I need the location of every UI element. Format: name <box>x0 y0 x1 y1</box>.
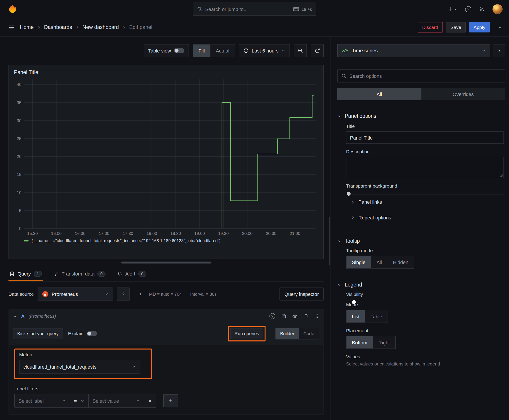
svg-text:19:30: 19:30 <box>218 231 229 236</box>
chevron-up-icon[interactable] <box>498 25 502 30</box>
select-value-dropdown[interactable]: Select value <box>88 394 144 408</box>
save-button[interactable]: Save <box>446 22 466 32</box>
editor-mode-builder[interactable]: Builder <box>276 328 299 339</box>
panel-preview: Panel Title 051015202530354015:3016:0016… <box>8 65 324 259</box>
legend-series-name[interactable]: {__name__="cloudflared_tunnel_total_requ… <box>31 238 220 243</box>
table-view-toggle[interactable]: Table view <box>144 44 189 57</box>
select-label-dropdown[interactable]: Select label <box>14 394 70 408</box>
visualization-picker[interactable]: Time series <box>337 44 490 57</box>
explain-label: Explain <box>68 331 84 336</box>
resize-handle-bar[interactable] <box>121 262 211 264</box>
query-datasource-hint: (Prometheus) <box>29 314 56 319</box>
query-help-icon[interactable] <box>270 313 275 319</box>
legend-placement-bottom[interactable]: Bottom <box>346 336 373 348</box>
chevron-down-icon[interactable] <box>13 314 17 318</box>
eye-icon[interactable] <box>292 314 298 319</box>
prometheus-icon <box>42 291 48 297</box>
view-toolbar: Table view Fill Actual Last 6 hours <box>8 44 324 57</box>
options-tab-overrides[interactable]: Overrides <box>421 88 505 100</box>
max-data-points-stat: MD = auto = 704 <box>149 292 182 297</box>
section-legend-header[interactable]: Legend <box>337 278 505 292</box>
legend-mode-list[interactable]: List <box>346 310 365 323</box>
svg-text:17:00: 17:00 <box>99 231 109 236</box>
breadcrumb-new-dashboard[interactable]: New dashboard <box>82 24 119 30</box>
global-search-input[interactable] <box>205 6 290 12</box>
tab-transform-data[interactable]: Transform data 0 <box>53 266 106 281</box>
table-view-switch[interactable] <box>174 48 184 53</box>
operator-dropdown[interactable]: = <box>70 394 89 408</box>
breadcrumb-dashboards[interactable]: Dashboards <box>44 24 72 30</box>
tooltip-mode-hidden[interactable]: Hidden <box>387 256 414 268</box>
time-range-picker[interactable]: Last 6 hours <box>239 44 290 57</box>
left-pane-scrollbar[interactable] <box>329 217 330 265</box>
panel-title: Panel Title <box>9 65 323 77</box>
panel-links-row[interactable]: Panel links <box>346 194 504 209</box>
options-search-box[interactable] <box>337 69 505 82</box>
legend-swatch[interactable] <box>24 240 29 241</box>
panel-title-input[interactable] <box>346 131 504 144</box>
zoom-out-button[interactable] <box>294 44 307 57</box>
query-inspector-button[interactable]: Query inspector <box>280 288 324 301</box>
explain-switch[interactable] <box>87 331 97 336</box>
copy-icon[interactable] <box>281 314 286 319</box>
display-mode-fill[interactable]: Fill <box>193 45 210 57</box>
editor-tabs: Query 1 Transform data 0 Alert 0 <box>8 266 324 282</box>
section-tooltip-header[interactable]: Tooltip <box>337 234 505 248</box>
help-icon[interactable] <box>465 6 471 12</box>
query-options-toggle[interactable] <box>138 292 143 296</box>
section-panel-options-header[interactable]: Panel options <box>337 109 505 123</box>
legend-mode-table[interactable]: Table <box>365 310 387 323</box>
kick-start-query-button[interactable]: Kick start your query <box>13 328 63 339</box>
repeat-options-row[interactable]: Repeat options <box>346 210 504 225</box>
refresh-button[interactable] <box>311 44 324 57</box>
resize-corner-icon[interactable] <box>500 174 503 177</box>
tooltip-mode-group: Single All Hidden <box>346 256 414 269</box>
topbar-actions <box>448 4 502 14</box>
select-value-placeholder: Select value <box>92 398 119 404</box>
remove-filter-button[interactable] <box>144 394 156 408</box>
tab-query[interactable]: Query 1 <box>8 266 43 281</box>
options-tab-all[interactable]: All <box>337 88 421 100</box>
add-filter-button[interactable] <box>163 394 178 407</box>
options-filter-tabs: All Overrides <box>337 88 505 100</box>
apply-button[interactable]: Apply <box>469 22 490 32</box>
query-ref-id: A <box>21 314 25 319</box>
time-series-chart[interactable]: 051015202530354015:3016:0016:3017:0017:3… <box>9 76 323 238</box>
query-row-header[interactable]: A (Prometheus) <box>8 309 324 323</box>
chevron-down-icon <box>132 365 136 369</box>
tooltip-mode-single[interactable]: Single <box>346 256 371 268</box>
legend-values-label: Values <box>346 354 504 359</box>
grafana-logo-icon[interactable] <box>8 4 17 14</box>
new-dashboard-menu-button[interactable] <box>448 7 457 12</box>
chevron-down-icon <box>105 292 109 296</box>
breadcrumb-home[interactable]: Home <box>20 24 34 30</box>
chevron-down-icon <box>337 114 341 118</box>
menu-icon[interactable] <box>8 24 15 30</box>
options-search-input[interactable] <box>349 73 501 79</box>
display-mode-group: Fill Actual <box>193 44 235 57</box>
legend-placement-right[interactable]: Right <box>373 336 395 348</box>
discard-button[interactable]: Discard <box>418 22 443 32</box>
metric-value: cloudflared_tunnel_total_requests <box>23 364 97 369</box>
global-search-box[interactable]: ctrl+k <box>193 3 316 16</box>
collapse-options-pane-button[interactable] <box>493 44 505 57</box>
svg-text:18:00: 18:00 <box>146 231 157 236</box>
datasource-help-button[interactable] <box>117 288 130 301</box>
tooltip-mode-all[interactable]: All <box>371 256 387 268</box>
editor-mode-code[interactable]: Code <box>299 328 319 339</box>
chevron-right-icon <box>76 25 79 29</box>
tab-alert[interactable]: Alert 0 <box>116 266 147 281</box>
trash-icon[interactable] <box>304 314 309 319</box>
run-queries-button[interactable]: Run queries <box>230 328 263 339</box>
datasource-picker[interactable]: Prometheus <box>38 288 113 301</box>
tab-transform-label: Transform data <box>62 271 94 277</box>
display-mode-actual[interactable]: Actual <box>210 45 235 57</box>
grip-icon[interactable] <box>315 314 319 319</box>
svg-text:21:00: 21:00 <box>290 231 300 236</box>
user-avatar[interactable] <box>492 4 502 14</box>
interval-stat: Interval = 30s <box>190 292 217 297</box>
grafana-edit-panel-screen: ctrl+k Home Dashboards New dashboard E <box>0 0 509 420</box>
metric-select[interactable]: cloudflared_tunnel_total_requests <box>19 360 140 374</box>
description-input[interactable] <box>346 157 504 178</box>
news-icon[interactable] <box>479 6 485 12</box>
